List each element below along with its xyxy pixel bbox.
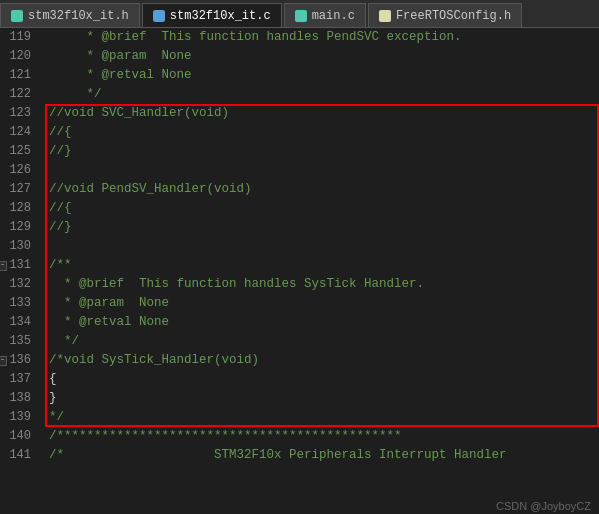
line-number-124: 124 [0,123,37,142]
line-number-122: 122 [0,85,37,104]
line-number-120: 120 [0,47,37,66]
code-line-141: /* STM32F10x Peripherals Interrupt Handl… [45,446,599,465]
code-line-139: */ [45,408,599,427]
line-number-131: -131 [0,256,37,275]
line-number-123: 123 [0,104,37,123]
line-number-121: 121 [0,66,37,85]
line-number-130: 130 [0,237,37,256]
tab-main-c[interactable]: main.c [284,3,366,27]
tab-icon-green [11,10,23,22]
code-line-123: //void SVC_Handler(void) [45,104,599,123]
line-number-139: 139 [0,408,37,427]
code-content[interactable]: * @brief This function handles PendSVC e… [45,28,599,514]
line-number-137: 137 [0,370,37,389]
line-number-128: 128 [0,199,37,218]
tab-freertos-config-h[interactable]: FreeRTOSConfig.h [368,3,522,27]
line-number-140: 140 [0,427,37,446]
line-number-119: 119 [0,28,37,47]
line-number-134: 134 [0,313,37,332]
line-number-135: 135 [0,332,37,351]
code-line-124: //{ [45,123,599,142]
code-line-140: /***************************************… [45,427,599,446]
line-number-141: 141 [0,446,37,465]
code-line-125: //} [45,142,599,161]
line-number-125: 125 [0,142,37,161]
tab-bar: stm32f10x_it.h stm32f10x_it.c main.c Fre… [0,0,599,28]
code-line-129: //} [45,218,599,237]
code-line-128: //{ [45,199,599,218]
code-line-134: * @retval None [45,313,599,332]
code-line-127: //void PendSV_Handler(void) [45,180,599,199]
line-number-138: 138 [0,389,37,408]
tab-label-0: stm32f10x_it.h [28,9,129,23]
code-line-133: * @param None [45,294,599,313]
line-number-126: 126 [0,161,37,180]
code-line-121: * @retval None [45,66,599,85]
code-lines-column: * @brief This function handles PendSVC e… [45,28,599,465]
tab-label-1: stm32f10x_it.c [170,9,271,23]
code-line-136: /*void SysTick_Handler(void) [45,351,599,370]
code-line-120: * @param None [45,47,599,66]
line-numbers-column: 119120121122123124125126127128129130-131… [0,28,45,514]
code-line-131: /** [45,256,599,275]
code-line-132: * @brief This function handles SysTick H… [45,275,599,294]
code-line-138: } [45,389,599,408]
tab-stm32f10x-it-c[interactable]: stm32f10x_it.c [142,3,282,27]
tab-label-3: FreeRTOSConfig.h [396,9,511,23]
tab-icon-blue [153,10,165,22]
code-line-135: */ [45,332,599,351]
tab-icon-green2 [295,10,307,22]
line-number-136: -136 [0,351,37,370]
watermark: CSDN @JoyboyCZ [496,500,591,512]
code-line-126 [45,161,599,180]
fold-icon-131[interactable]: - [0,261,7,271]
line-number-133: 133 [0,294,37,313]
code-line-137: { [45,370,599,389]
code-line-119: * @brief This function handles PendSVC e… [45,28,599,47]
line-number-129: 129 [0,218,37,237]
tab-label-2: main.c [312,9,355,23]
tab-stm32f10x-it-h[interactable]: stm32f10x_it.h [0,3,140,27]
line-number-127: 127 [0,180,37,199]
line-number-132: 132 [0,275,37,294]
tab-icon-yellow [379,10,391,22]
code-line-122: */ [45,85,599,104]
code-line-130 [45,237,599,256]
code-area: 119120121122123124125126127128129130-131… [0,28,599,514]
fold-icon-136[interactable]: - [0,356,7,366]
